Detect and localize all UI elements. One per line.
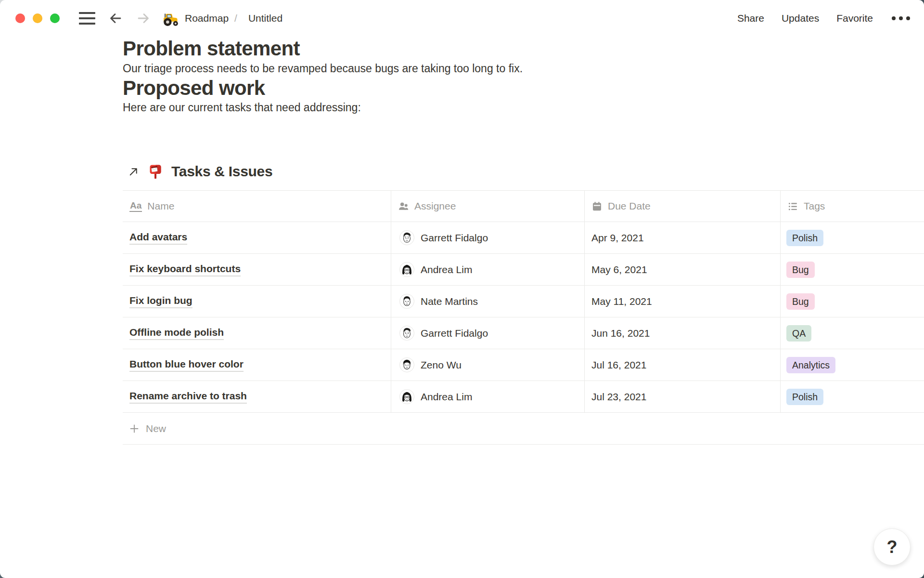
name-cell[interactable]: Button blue hover color — [123, 349, 391, 381]
column-header-assignee[interactable]: Assignee — [391, 191, 585, 222]
due-date-cell[interactable]: Jul 23, 2021 — [585, 381, 781, 412]
tags-cell[interactable]: Bug — [781, 254, 924, 285]
heading-problem-statement: Problem statement — [123, 37, 924, 61]
share-button[interactable]: Share — [737, 13, 764, 24]
window-controls — [15, 13, 60, 23]
column-label: Name — [147, 200, 174, 212]
due-date: May 11, 2021 — [591, 296, 652, 307]
due-date: Jul 16, 2021 — [591, 359, 646, 371]
table-row: Rename archive to trash Andrea Lim Jul 2… — [123, 381, 924, 413]
column-header-name[interactable]: Aa Name — [123, 191, 391, 222]
tags-cell[interactable]: Polish — [781, 381, 924, 412]
notion-window: Roadmap / Untitled Share Updates Favorit… — [0, 0, 924, 578]
assignee-cell[interactable]: Andrea Lim — [391, 254, 585, 285]
table-row: Fix keyboard shortcuts Andrea Lim May 6,… — [123, 254, 924, 286]
assignee-name: Nate Martins — [421, 296, 478, 307]
due-date-cell[interactable]: Jun 16, 2021 — [585, 317, 781, 349]
tag-badge[interactable]: Analytics — [786, 357, 835, 373]
zoom-window-button[interactable] — [50, 13, 60, 23]
list-icon — [787, 201, 798, 212]
assignee-cell[interactable]: Nate Martins — [391, 286, 585, 317]
due-date-cell[interactable]: Apr 9, 2021 — [585, 222, 781, 253]
favorite-button[interactable]: Favorite — [836, 13, 873, 24]
table-row: Fix login bug Nate Martins May 11, 2021 … — [123, 286, 924, 317]
tag-badge[interactable]: Polish — [786, 230, 823, 246]
task-name-link[interactable]: Add avatars — [129, 231, 187, 245]
breadcrumb-separator: / — [234, 13, 237, 24]
ellipsis-icon[interactable] — [890, 14, 911, 23]
close-window-button[interactable] — [15, 13, 25, 23]
tags-cell[interactable]: QA — [781, 317, 924, 349]
due-date-cell[interactable]: May 6, 2021 — [585, 254, 781, 285]
assignee-avatar — [399, 389, 414, 404]
calendar-icon — [591, 201, 603, 212]
name-cell[interactable]: Fix login bug — [123, 286, 391, 317]
mailbox-icon — [147, 163, 164, 180]
person-icon — [398, 201, 409, 212]
page-content: Problem statement Our triage process nee… — [123, 37, 924, 445]
breadcrumb-root[interactable]: Roadmap — [185, 13, 229, 24]
due-date-cell[interactable]: May 11, 2021 — [585, 286, 781, 317]
assignee-cell[interactable]: Garrett Fidalgo — [391, 317, 585, 349]
text-icon: Aa — [129, 201, 142, 212]
breadcrumb-current[interactable]: Untitled — [248, 13, 282, 24]
tag-badge[interactable]: Bug — [786, 293, 815, 310]
assignee-avatar — [399, 262, 414, 277]
task-name-link[interactable]: Button blue hover color — [129, 358, 244, 372]
question-mark-icon: ? — [887, 537, 898, 557]
due-date: Jun 16, 2021 — [591, 328, 650, 339]
minimize-window-button[interactable] — [33, 13, 42, 23]
assignee-name: Andrea Lim — [421, 391, 472, 403]
collection-title[interactable]: Tasks & Issues — [171, 163, 272, 180]
help-button[interactable]: ? — [873, 528, 911, 565]
tag-badge[interactable]: Polish — [786, 389, 823, 405]
name-cell[interactable]: Fix keyboard shortcuts — [123, 254, 391, 285]
tags-cell[interactable]: Bug — [781, 286, 924, 317]
table-row: Offline mode polish Garrett Fidalgo Jun … — [123, 317, 924, 349]
column-header-tags[interactable]: Tags — [781, 191, 924, 222]
new-row-button[interactable]: New — [123, 413, 924, 445]
assignee-cell[interactable]: Andrea Lim — [391, 381, 585, 412]
assignee-cell[interactable]: Garrett Fidalgo — [391, 222, 585, 253]
topbar: Roadmap / Untitled Share Updates Favorit… — [0, 0, 924, 37]
paragraph-problem: Our triage process needs to be revamped … — [123, 61, 924, 76]
new-row-label: New — [146, 423, 166, 434]
assignee-avatar — [399, 326, 414, 341]
due-date-cell[interactable]: Jul 16, 2021 — [585, 349, 781, 381]
task-name-link[interactable]: Fix login bug — [129, 295, 192, 308]
tag-badge[interactable]: QA — [786, 325, 811, 342]
assignee-avatar — [399, 294, 414, 309]
tags-cell[interactable]: Polish — [781, 222, 924, 253]
name-cell[interactable]: Rename archive to trash — [123, 381, 391, 412]
forward-button[interactable] — [136, 11, 151, 26]
tag-badge[interactable]: Bug — [786, 262, 815, 278]
name-cell[interactable]: Offline mode polish — [123, 317, 391, 349]
table-header-row: Aa Name Assignee — [123, 190, 924, 222]
column-label: Assignee — [414, 200, 456, 212]
column-label: Due Date — [608, 200, 651, 212]
assignee-name: Zeno Wu — [421, 359, 462, 371]
tags-cell[interactable]: Analytics — [781, 349, 924, 381]
due-date: Jul 23, 2021 — [591, 391, 646, 403]
assignee-name: Garrett Fidalgo — [421, 232, 488, 244]
name-cell[interactable]: Add avatars — [123, 222, 391, 253]
topbar-actions: Share Updates Favorite — [737, 13, 911, 24]
tractor-icon — [162, 10, 180, 27]
back-button[interactable] — [108, 11, 123, 26]
table-rows: Add avatars Garrett Fidalgo Apr 9, 2021 … — [123, 222, 924, 413]
assignee-avatar — [399, 230, 414, 245]
assignee-name: Andrea Lim — [421, 264, 472, 276]
column-label: Tags — [804, 200, 825, 212]
column-header-due-date[interactable]: Due Date — [585, 191, 781, 222]
updates-button[interactable]: Updates — [782, 13, 819, 24]
assignee-name: Garrett Fidalgo — [421, 328, 488, 339]
task-name-link[interactable]: Offline mode polish — [129, 327, 224, 340]
hamburger-icon[interactable] — [79, 12, 95, 25]
table-row: Add avatars Garrett Fidalgo Apr 9, 2021 … — [123, 222, 924, 254]
task-name-link[interactable]: Fix keyboard shortcuts — [129, 263, 241, 276]
assignee-cell[interactable]: Zeno Wu — [391, 349, 585, 381]
paragraph-proposed: Here are our current tasks that need add… — [123, 100, 924, 115]
task-name-link[interactable]: Rename archive to trash — [129, 390, 247, 404]
due-date: May 6, 2021 — [591, 264, 647, 276]
collection-header: Tasks & Issues — [123, 163, 924, 180]
